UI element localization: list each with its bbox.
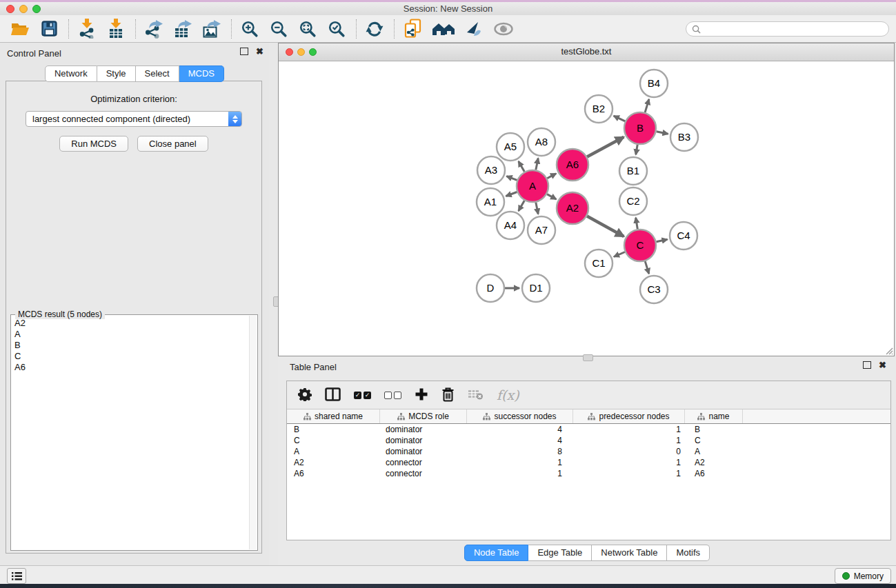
table-cell[interactable]: A bbox=[685, 447, 743, 456]
table-cell[interactable]: connector bbox=[380, 458, 467, 467]
table-cell[interactable]: A2 bbox=[287, 458, 380, 467]
import-network-button[interactable] bbox=[75, 18, 99, 40]
table-row[interactable]: A6connector11A6 bbox=[287, 468, 890, 479]
column-header-successor-nodes[interactable]: successor nodes bbox=[467, 409, 573, 423]
node-A7[interactable]: A7 bbox=[528, 216, 555, 244]
search-box[interactable] bbox=[686, 21, 889, 37]
table-cell[interactable]: 8 bbox=[467, 447, 573, 456]
edge-A2-C[interactable] bbox=[587, 216, 624, 236]
network-graph[interactable]: B4B2BB3A5A8A6B1A3AA1C2A2A4A7C4CC1C3DD1 bbox=[279, 61, 894, 356]
table-cell[interactable]: 1 bbox=[573, 425, 685, 434]
save-session-button[interactable] bbox=[37, 18, 61, 40]
node-C2[interactable]: C2 bbox=[619, 187, 647, 215]
table-row[interactable]: Bdominator41B bbox=[287, 424, 890, 435]
node-D1[interactable]: D1 bbox=[522, 274, 550, 302]
tab-edge-table[interactable]: Edge Table bbox=[528, 545, 592, 561]
search-input[interactable] bbox=[704, 23, 888, 34]
memory-button[interactable]: Memory bbox=[835, 568, 891, 584]
settings-gear-button[interactable] bbox=[298, 387, 312, 403]
export-table-button[interactable] bbox=[171, 18, 195, 40]
zoom-in-button[interactable] bbox=[238, 18, 261, 40]
task-history-button[interactable] bbox=[7, 568, 26, 584]
table-cell[interactable]: dominator bbox=[380, 436, 467, 445]
criterion-select[interactable]: largest connected component (directed) bbox=[26, 111, 242, 127]
edge-B-B2[interactable] bbox=[614, 116, 626, 121]
column-header-shared-name[interactable]: shared name bbox=[287, 409, 380, 423]
table-row[interactable]: Adominator80A bbox=[287, 446, 890, 457]
table-row[interactable]: Cdominator41C bbox=[287, 435, 890, 446]
node-A6[interactable]: A6 bbox=[557, 149, 588, 181]
export-image-button[interactable] bbox=[200, 18, 223, 40]
table-cell[interactable]: 0 bbox=[573, 447, 685, 456]
home-button[interactable] bbox=[430, 18, 457, 40]
result-list-item[interactable]: A2 bbox=[12, 318, 249, 329]
tab-node-table[interactable]: Node Table bbox=[464, 545, 529, 561]
table-cell[interactable]: 1 bbox=[573, 469, 685, 478]
column-header-name[interactable]: name bbox=[685, 409, 743, 423]
table-cell[interactable]: A bbox=[287, 447, 380, 456]
table-cell[interactable]: dominator bbox=[380, 425, 467, 434]
node-C1[interactable]: C1 bbox=[585, 250, 613, 277]
table-cell[interactable]: 4 bbox=[467, 436, 573, 445]
node-A2[interactable]: A2 bbox=[557, 192, 588, 224]
node-B3[interactable]: B3 bbox=[670, 123, 698, 151]
node-A5[interactable]: A5 bbox=[497, 133, 524, 161]
eye-button[interactable] bbox=[492, 18, 515, 40]
horizontal-splitter-handle[interactable] bbox=[583, 354, 593, 361]
edge-A-A7[interactable] bbox=[536, 203, 538, 214]
deselect-all-columns-button[interactable] bbox=[384, 392, 401, 399]
node-C3[interactable]: C3 bbox=[640, 276, 668, 303]
node-B2[interactable]: B2 bbox=[585, 95, 613, 123]
graphics-details-button[interactable] bbox=[463, 18, 486, 40]
edge-B-B1[interactable] bbox=[636, 145, 637, 155]
edge-A-A3[interactable] bbox=[506, 176, 517, 181]
column-view-button[interactable] bbox=[325, 387, 341, 403]
import-table-button[interactable] bbox=[104, 18, 128, 40]
tab-style[interactable]: Style bbox=[97, 65, 136, 82]
node-A8[interactable]: A8 bbox=[528, 128, 555, 156]
table-row[interactable]: A2connector11A2 bbox=[287, 457, 890, 468]
refresh-view-button[interactable] bbox=[363, 18, 386, 40]
edge-A-A1[interactable] bbox=[506, 192, 517, 196]
table-cell[interactable]: 1 bbox=[573, 436, 685, 445]
node-B4[interactable]: B4 bbox=[640, 70, 668, 97]
column-header-MCDS-role[interactable]: MCDS role bbox=[380, 409, 467, 423]
table-cell[interactable]: A6 bbox=[287, 469, 380, 478]
table-cell[interactable]: 1 bbox=[467, 469, 573, 478]
edge-C-C1[interactable] bbox=[614, 252, 625, 257]
edge-A6-B[interactable] bbox=[587, 137, 624, 157]
close-panel-icon[interactable]: ✖ bbox=[879, 362, 886, 369]
node-A4[interactable]: A4 bbox=[497, 212, 524, 239]
zoom-fit-button[interactable] bbox=[296, 18, 319, 40]
edge-A-A4[interactable] bbox=[519, 201, 525, 211]
edge-A-A5[interactable] bbox=[519, 161, 525, 172]
tab-mcds[interactable]: MCDS bbox=[179, 65, 224, 82]
select-all-columns-button[interactable]: ✓ ✓ bbox=[354, 392, 371, 399]
tab-motifs[interactable]: Motifs bbox=[667, 545, 710, 561]
resize-grip-icon[interactable] bbox=[884, 345, 893, 355]
table-cell[interactable]: B bbox=[287, 425, 380, 434]
edge-C-C3[interactable] bbox=[645, 261, 649, 274]
table-cell[interactable]: 1 bbox=[467, 458, 573, 467]
table-cell[interactable]: dominator bbox=[380, 447, 467, 456]
table-cell[interactable]: connector bbox=[380, 469, 467, 478]
tab-network[interactable]: Network bbox=[45, 65, 97, 82]
edge-B-B3[interactable] bbox=[657, 132, 668, 134]
table-cell[interactable]: A2 bbox=[685, 458, 743, 467]
edge-B-B4[interactable] bbox=[645, 99, 649, 112]
zoom-selected-button[interactable] bbox=[325, 18, 348, 40]
float-panel-icon[interactable] bbox=[240, 48, 248, 55]
result-list-item[interactable]: A6 bbox=[12, 362, 249, 373]
table-cell[interactable]: 4 bbox=[467, 425, 573, 434]
column-header-predecessor-nodes[interactable]: predecessor nodes bbox=[573, 409, 685, 423]
close-panel-icon[interactable]: ✖ bbox=[256, 48, 263, 55]
tab-network-table[interactable]: Network Table bbox=[592, 545, 667, 561]
export-network-button[interactable] bbox=[142, 18, 166, 40]
result-list-item[interactable]: B bbox=[12, 340, 249, 351]
node-D[interactable]: D bbox=[477, 274, 504, 302]
table-cell[interactable]: A6 bbox=[685, 469, 743, 478]
edge-C-C4[interactable] bbox=[656, 239, 667, 242]
table-cell[interactable]: C bbox=[685, 436, 743, 445]
close-panel-button[interactable]: Close panel bbox=[137, 136, 208, 152]
node-A3[interactable]: A3 bbox=[477, 156, 505, 184]
